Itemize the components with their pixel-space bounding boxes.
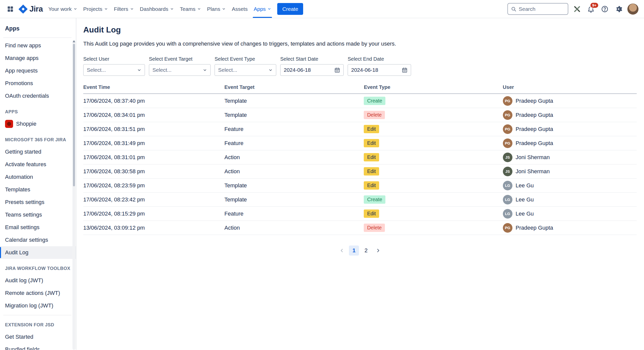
nav-item-dashboards[interactable]: Dashboards: [137, 0, 177, 18]
sidebar-item-audit-log[interactable]: Audit Log: [0, 246, 76, 259]
table-row: 17/06/2024, 08:15:29 pmFeatureEditLGLee …: [83, 207, 637, 221]
event-time-cell: 17/06/2024, 08:15:29 pm: [83, 211, 224, 217]
event-time-cell: 17/06/2024, 08:37:40 pm: [83, 98, 224, 104]
help-icon[interactable]: [600, 4, 610, 14]
user-avatar: PG: [503, 223, 512, 233]
jira-wordmark: Jira: [29, 5, 43, 14]
user-cell: PGPradeep Gupta: [503, 124, 637, 134]
pagination: 12: [83, 246, 637, 256]
sidebar-item-label: Audit log (JWT): [5, 277, 43, 284]
select-dropdown-select-event-target[interactable]: Select...: [149, 64, 211, 76]
pagination-next-icon[interactable]: [373, 246, 383, 256]
user-name: Pradeep Gupta: [516, 140, 553, 147]
user-cell: LGLee Gu: [503, 195, 637, 204]
sidebar-item-oauth-credentials[interactable]: OAuth credentials: [0, 90, 76, 102]
table-header-row: Event TimeEvent TargetEvent TypeUser: [83, 84, 637, 94]
table-row: 17/06/2024, 08:31:49 pmFeatureEditPGPrad…: [83, 136, 637, 150]
primary-nav: Your workProjectsFiltersDashboardsTeamsP…: [45, 0, 274, 18]
filter-select-event-target: Select Event TargetSelect...: [149, 56, 211, 76]
nav-item-projects[interactable]: Projects: [80, 0, 111, 18]
event-time-cell: 17/06/2024, 08:31:01 pm: [83, 154, 224, 161]
scrollbar-up-arrow-icon[interactable]: [73, 40, 75, 42]
user-name: Joni Sherman: [516, 168, 550, 175]
sidebar-item-label: Promotions: [5, 80, 33, 87]
sidebar-item-remote-actions-jwt[interactable]: Remote actions (JWT): [0, 287, 76, 299]
sidebar-item-presets-settings[interactable]: Presets settings: [0, 196, 76, 208]
settings-gear-icon[interactable]: [614, 4, 624, 14]
event-time-cell: 17/06/2024, 08:23:42 pm: [83, 196, 224, 203]
chevron-down-icon: [137, 68, 141, 72]
create-button[interactable]: Create: [277, 3, 303, 15]
sidebar-item-audit-log-jwt[interactable]: Audit log (JWT): [0, 274, 76, 287]
nav-item-apps[interactable]: Apps: [251, 0, 274, 18]
user-cell: LGLee Gu: [503, 209, 637, 219]
sidebar-item-bundled-fields[interactable]: Bundled fields: [0, 343, 76, 350]
sidebar-group-divider: [3, 315, 71, 315]
select-dropdown-select-event-type[interactable]: Select...: [215, 64, 276, 76]
sidebar-item-app-requests[interactable]: App requests: [0, 64, 76, 77]
user-name: Pradeep Gupta: [516, 126, 553, 132]
table-row: 17/06/2024, 08:23:59 pmTemplateEditLGLee…: [83, 179, 637, 193]
date-input-select-end-date[interactable]: 2024-06-18: [348, 64, 411, 76]
app-switcher-icon[interactable]: [5, 0, 16, 18]
event-type-cell: Create: [364, 97, 503, 105]
nav-item-filters[interactable]: Filters: [111, 0, 137, 18]
sidebar-item-activate-features[interactable]: Activate features: [0, 158, 76, 171]
notifications-bell-icon[interactable]: 9+: [586, 4, 596, 14]
filter-select-end-date: Select End Date2024-06-18: [348, 56, 411, 76]
filter-label: Select End Date: [348, 56, 411, 62]
event-type-cell: Edit: [364, 167, 503, 176]
sidebar-item-label: App requests: [5, 67, 38, 74]
sidebar-item-label: Audit Log: [5, 249, 28, 256]
sidebar-item-templates[interactable]: Templates: [0, 183, 76, 196]
nav-item-label: Dashboards: [140, 6, 168, 12]
event-type-badge: Create: [364, 195, 385, 204]
nav-item-teams[interactable]: Teams: [177, 0, 204, 18]
nav-item-assets[interactable]: Assets: [229, 0, 251, 18]
pagination-page-1[interactable]: 1: [349, 246, 359, 256]
pagination-page-2[interactable]: 2: [361, 246, 371, 256]
filter-label: Select Start Date: [280, 56, 344, 62]
user-cell: PGPradeep Gupta: [503, 138, 637, 148]
sidebar-item-find-new-apps[interactable]: Find new apps: [0, 39, 76, 52]
table-row: 17/06/2024, 08:23:42 pmTemplateCreateLGL…: [83, 193, 637, 207]
sidebar-item-manage-apps[interactable]: Manage apps: [0, 52, 76, 64]
sidebar-item-automation[interactable]: Automation: [0, 171, 76, 183]
nav-item-plans[interactable]: Plans: [204, 0, 229, 18]
event-type-cell: Edit: [364, 181, 503, 190]
sidebar-item-get-started[interactable]: Get Started: [0, 331, 76, 343]
nav-item-your-work[interactable]: Your work: [45, 0, 80, 18]
sidebar-item-email-settings[interactable]: Email settings: [0, 221, 76, 234]
event-type-cell: Edit: [364, 153, 503, 161]
select-dropdown-select-user[interactable]: Select...: [83, 64, 145, 76]
event-type-badge: Create: [364, 97, 385, 105]
user-cell: JSJoni Sherman: [503, 153, 637, 162]
extension-icon[interactable]: [572, 4, 582, 14]
chevron-down-icon: [130, 7, 134, 11]
user-avatar[interactable]: [627, 4, 638, 15]
sidebar-item-migration-log-jwt[interactable]: Migration log (JWT): [0, 299, 76, 312]
event-type-cell: Delete: [364, 224, 503, 232]
chevron-down-icon: [197, 7, 201, 11]
chevron-down-icon: [203, 68, 207, 72]
sidebar-item-getting-started[interactable]: Getting started: [0, 146, 76, 158]
sidebar-item-promotions[interactable]: Promotions: [0, 77, 76, 90]
sidebar-item-shoppie[interactable]: Shoppie: [0, 118, 76, 130]
search-input[interactable]: [519, 6, 565, 12]
search-box[interactable]: [507, 3, 568, 15]
sidebar-item-calendar-settings[interactable]: Calendar settings: [0, 234, 76, 246]
scrollbar-thumb[interactable]: [73, 44, 75, 186]
date-input-select-start-date[interactable]: 2024-06-18: [280, 64, 344, 76]
filter-select-event-type: Select Event TypeSelect...: [215, 56, 276, 76]
jira-logo[interactable]: Jira: [16, 0, 45, 18]
sidebar-item-label: Templates: [5, 186, 30, 193]
event-type-badge: Delete: [364, 111, 385, 119]
column-header-event-time: Event Time: [83, 84, 224, 90]
chevron-down-icon: [267, 7, 271, 11]
event-time-cell: 13/06/2024, 03:09:12 pm: [83, 225, 224, 231]
user-cell: PGPradeep Gupta: [503, 223, 637, 233]
sidebar-item-label: Teams settings: [5, 212, 42, 218]
sidebar-scrollbar[interactable]: [72, 40, 75, 350]
sidebar-item-teams-settings[interactable]: Teams settings: [0, 208, 76, 221]
event-type-cell: Edit: [364, 139, 503, 147]
